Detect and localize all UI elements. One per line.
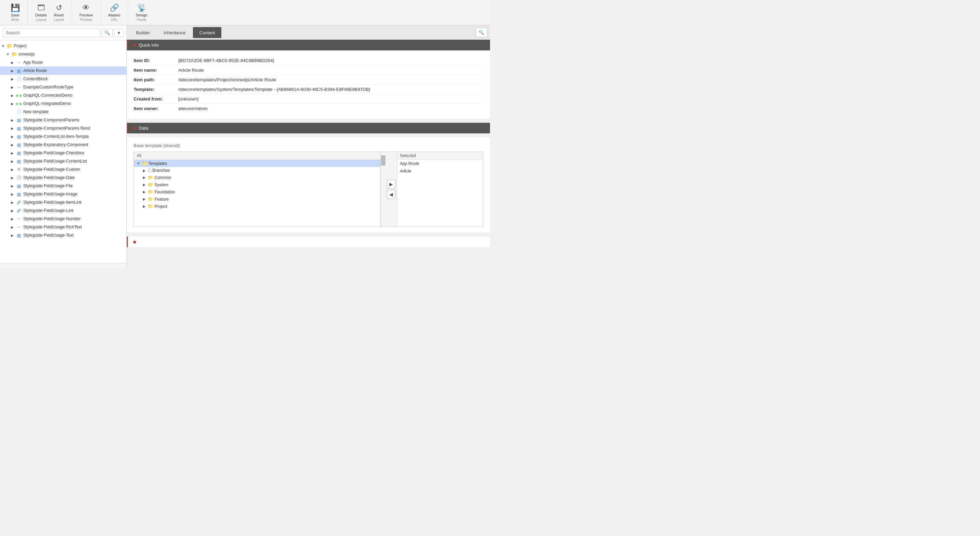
section-dot-advanced [133,241,136,244]
arrow-branches: ▶ [143,169,148,172]
selector-item-templates[interactable]: ▼ 📁 Templates [134,160,380,167]
selector-item-common[interactable]: ▶ 📁 Common [134,174,380,181]
arrow-graphql-connected: ▶ [11,94,16,97]
advanced-section-header: Advanced [127,237,490,247]
info-label-created: Created from: [134,96,178,102]
tab-content[interactable]: Content [193,27,222,38]
info-value-template: /sitecore/templates/System/Templates/Tem… [178,87,371,92]
selector-move-controls: ▶ ◀ [385,152,397,227]
search-input[interactable] [3,28,100,37]
section-dot-quickinfo [133,44,136,47]
tree-item-sg-itemlink[interactable]: ▶ 🔗 Styleguide-FieldUsage-ItemLink [0,198,126,206]
folder-icon-templates: 📁 [142,161,147,166]
template-icon-sg10: ▦ [16,191,22,197]
scrollbar-thumb [381,155,385,166]
gear-icon-sg7: ⚙ [16,166,22,172]
tab-inheritance[interactable]: Inheritance [157,27,192,38]
folder-icon-foundation: 📁 [148,189,153,195]
details-sublabel: Layout [36,18,46,22]
search-button[interactable]: 🔍 [102,29,113,37]
arrow-example-custom: ▶ [11,85,16,89]
quick-info-header: Quick Info [127,40,490,50]
sidebar-hscroll[interactable] [0,263,126,268]
tree-label-sg-contentlist: Styleguide-ContentList-Item-Templa [23,134,89,139]
tree-label-sg-text: Styleguide-FieldUsage-Text [23,233,74,238]
tree-item-sg-contentlist2[interactable]: ▶ ▦ Styleguide-FieldUsage-ContentList [0,157,126,165]
aliases-button[interactable]: 🔗 Aliases URL [105,2,124,24]
details-label: Details [35,13,47,17]
template-icon-article: ▦ [16,67,22,74]
arrow-sg-componentparams: ▶ [11,118,16,122]
arrow-project: ▼ [2,44,6,48]
tree-label-example-custom: ExampleCustomRouteType [23,85,73,89]
selector-item-project[interactable]: ▶ 📁 Project [134,203,380,210]
tab-builder[interactable]: Builder [129,27,156,38]
details-button[interactable]: 🗔 Details Layout [32,2,50,24]
selector-all-scrollbar[interactable] [381,152,385,227]
tree-item-graphql-integrated[interactable]: ▶ ◉◉ GraphQL-IntegratedDemo [0,99,126,108]
tree-item-app-route[interactable]: ▶ ─ App Route [0,58,126,67]
toolbar-group-write: 💾 Save Write [3,0,28,25]
arrow-sg-richtext: ▶ [11,225,16,229]
move-left-button[interactable]: ◀ [387,190,395,199]
tree-label-sg-file: Styleguide-FieldUsage-File [23,183,73,188]
save-icon: 💾 [11,3,20,12]
tree-label-sg-checkbox: Styleguide-FieldUsage-Checkbox [23,150,84,155]
label-foundation: Foundation [154,190,175,195]
reset-button[interactable]: ↺ Reset Layout [50,2,67,24]
tree-item-sg-componentparams-rend[interactable]: ▶ ▦ Styleguide-ComponentParams Rend [0,124,126,132]
tree-item-sg-richtext[interactable]: ▶ — Styleguide-FieldUsage-RichText [0,223,126,231]
selector-all-column[interactable]: All ▼ 📁 Templates ▶ ⬡ Branches [134,152,381,227]
tree-item-article-route[interactable]: ▶ ▦ Article Route [0,67,126,75]
arrow-sg-componentparams-rend: ▶ [11,126,16,130]
design-button[interactable]: 📡 Design Feeds [132,2,151,24]
file-icon-new-template: 📄 [16,109,22,115]
folder-icon-common: 📁 [148,175,153,180]
search-dropdown-button[interactable]: ▼ [114,29,124,37]
tab-search-button[interactable]: 🔍 [476,28,487,37]
selector-item-branches[interactable]: ▶ ⬡ Branches [134,167,380,174]
arrow-sg-contentlist2: ▶ [11,160,16,163]
tree-item-sg-image[interactable]: ▶ ▦ Styleguide-FieldUsage-Image [0,190,126,198]
tree-item-sg-checkbox[interactable]: ▶ ▦ Styleguide-FieldUsage-Checkbox [0,149,126,157]
tree-item-sg-date[interactable]: ▶ 🕐 Styleguide-FieldUsage-Date [0,174,126,182]
preview-button[interactable]: 👁 Preview Preview [76,2,96,24]
tree-label-sg-link: Styleguide-FieldUsage-Link [23,208,74,213]
details-icon: 🗔 [37,3,45,12]
arrow-graphql-integrated: ▶ [11,102,16,105]
tree-item-sg-componentparams[interactable]: ▶ ▦ Styleguide-ComponentParams [0,116,126,124]
selector-selected-header: Selected [397,152,483,160]
tree-item-sg-contentlist[interactable]: ▶ ▦ Styleguide-ContentList-Item-Templa [0,132,126,140]
folder-icon-system: 📁 [148,182,153,187]
tree-item-graphql-connected[interactable]: ▶ ◉◉ GraphQL-ConnectedDemo [0,91,126,99]
selector-item-system[interactable]: ▶ 📁 System [134,181,380,188]
tree-container[interactable]: ▼ 📁 Project ▼ 📁 xmnextjs ▶ ─ App Route ▶… [0,40,126,263]
tree-item-sg-link[interactable]: ▶ 🔗 Styleguide-FieldUsage-Link [0,206,126,215]
base-template-label: Base template [shared]: [134,143,483,148]
tree-item-sg-custom[interactable]: ▶ ⚙ Styleguide-FieldUsage-Custom [0,165,126,174]
tree-item-example-custom[interactable]: ▶ ─ ExampleCustomRouteType [0,83,126,91]
tree-item-contentblock[interactable]: ▶ 📄 ContentBlock [0,75,126,83]
info-value-owner: sitecore\Admin [178,106,208,111]
selector-item-feature[interactable]: ▶ 📁 Feature [134,195,380,203]
arrow-app-route: ▶ [11,61,16,64]
tree-item-project[interactable]: ▼ 📁 Project [0,42,126,50]
info-label-path: Item path: [134,77,178,82]
tree-label-sg-number: Styleguide-FieldUsage-Number [23,216,81,221]
tree-item-sg-number[interactable]: ▶ — Styleguide-FieldUsage-Number [0,215,126,223]
move-right-button[interactable]: ▶ [387,180,395,188]
arrow-common: ▶ [143,175,148,179]
tree-item-new-template[interactable]: ▶ 📄 New template [0,108,126,116]
info-value-created: [unknown] [178,96,199,102]
selector-item-foundation[interactable]: ▶ 📁 Foundation [134,188,380,195]
tree-label-sg-richtext: Styleguide-FieldUsage-RichText [23,225,82,230]
clock-icon-sg8: 🕐 [16,175,22,181]
selected-item-article: Article [397,168,483,175]
template-icon-sg5: ▦ [16,150,22,156]
save-button[interactable]: 💾 Save Write [7,2,23,24]
template-icon-sg2: ▦ [16,125,22,131]
tree-item-sg-explanatory[interactable]: ▶ ▦ Styleguide-Explanatory-Component [0,140,126,149]
tree-item-xmnextjs[interactable]: ▼ 📁 xmnextjs [0,50,126,58]
tree-item-sg-text[interactable]: ▶ ▦ Styleguide-FieldUsage-Text [0,231,126,239]
tree-item-sg-file[interactable]: ▶ ▦ Styleguide-FieldUsage-File [0,182,126,190]
